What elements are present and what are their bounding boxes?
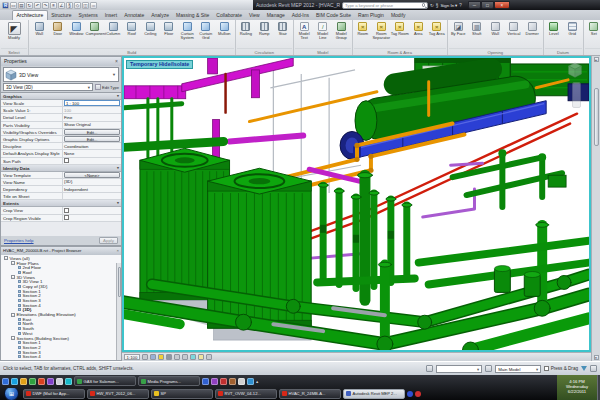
save-icon[interactable]: ▤ (18, 2, 25, 9)
view-scale-control[interactable]: 1:100 (124, 354, 140, 361)
wall-button[interactable]: Wall (30, 21, 49, 36)
properties-header[interactable]: Properties × (1, 57, 121, 66)
property-section-identity-data[interactable]: Identity Data▾ (1, 165, 121, 172)
checkbox[interactable] (64, 208, 69, 213)
property-value-parts-visibility[interactable]: Show Original (63, 122, 121, 128)
checkbox[interactable] (64, 215, 69, 220)
scroll-up-icon[interactable]: ▴ (594, 57, 599, 62)
worksets-icon[interactable] (426, 365, 433, 372)
temporary-hide-isolate-banner[interactable]: Temporary Hide/Isolate (126, 60, 193, 69)
property-value-discipline[interactable]: Coordination (63, 143, 121, 149)
maximize-button[interactable]: □ (481, 1, 494, 9)
taskbar-button-autodesk-revit-mep-2[interactable]: Autodesk Revit MEP 2... (343, 389, 405, 399)
select-count-icon[interactable] (590, 365, 597, 372)
property-value-view-template[interactable]: <None> (63, 172, 121, 178)
room-button[interactable]: ×Room (354, 21, 373, 36)
property-section-extents[interactable]: Extents▾ (1, 200, 121, 207)
close-icon[interactable]: × (117, 247, 119, 255)
window-button[interactable]: Window (67, 21, 86, 36)
reveal-hidden-icon[interactable] (198, 354, 205, 361)
tab-modify[interactable]: Modify (387, 11, 409, 20)
tab-systems[interactable]: Systems (75, 11, 101, 20)
minimize-button[interactable]: ─ (468, 1, 481, 9)
open-icon[interactable]: ▭ (10, 2, 17, 9)
help-icon[interactable]: ? (459, 3, 462, 8)
tray-icon-0[interactable] (407, 391, 413, 397)
modify-button[interactable]: ◤Modify (1, 21, 27, 40)
quick-launch-icon-5[interactable] (47, 378, 54, 385)
tray-expand-icon[interactable]: ▴ (256, 379, 258, 384)
quick-launch-icon-4[interactable] (38, 378, 45, 385)
filter-icon[interactable] (581, 366, 587, 371)
quick-launch-icon-1[interactable] (11, 378, 18, 385)
tray-app-icon-1[interactable] (211, 378, 218, 385)
pump-risers[interactable] (317, 173, 415, 301)
tag-room-button[interactable]: ×Tag Room (391, 21, 410, 36)
property-value-visibility-graphics-overrides[interactable]: Edit... (63, 129, 121, 135)
shadows-icon[interactable] (166, 354, 173, 361)
sync-icon[interactable]: ↻ (26, 2, 33, 9)
navigation-bar[interactable] (572, 82, 581, 108)
curtain-system-button[interactable]: Curtain System (178, 21, 197, 41)
tray-app-icon-4[interactable] (238, 378, 245, 385)
taskbar-button-sp[interactable]: SP (151, 389, 213, 399)
value-input[interactable]: 1 : 100 (64, 100, 120, 106)
mullion-button[interactable]: Mullion (215, 21, 234, 36)
search-icon[interactable] (422, 3, 426, 7)
detail-level-icon[interactable] (142, 354, 149, 361)
taskbar-button-gas-for-salomon[interactable]: GAS for Salomon... (74, 376, 136, 386)
3d-model-canvas[interactable] (124, 58, 589, 350)
room-separator-button[interactable]: ×Room Separator (372, 21, 391, 41)
property-value-default-analysis-display-style[interactable]: None (63, 150, 121, 156)
close-button[interactable]: × (494, 1, 510, 9)
model-text-button[interactable]: AModel Text (295, 21, 314, 41)
tab-bim-code-suite[interactable]: BIM Code Suite (313, 11, 355, 20)
project-browser-header[interactable]: HVAC_RM_20000LB.rvt - Project Browser × (1, 247, 121, 255)
model-line-button[interactable]: /Model Line (314, 21, 333, 41)
browser-scrollbar[interactable] (116, 263, 121, 360)
model-group-button[interactable]: Model Group (332, 21, 351, 41)
property-value-dependency[interactable]: Independent (63, 186, 121, 192)
tab-analyze[interactable]: Analyze (148, 11, 173, 20)
component-button[interactable]: Component (86, 21, 105, 36)
temporary-hide-isolate-icon[interactable] (190, 354, 197, 361)
collapse-icon[interactable]: ▾ (117, 200, 119, 206)
checkbox[interactable] (64, 158, 69, 163)
edit-button[interactable]: <None> (64, 172, 120, 178)
tag-icon[interactable]: § (66, 2, 73, 9)
taskbar-button-hw-rvt-2012-06[interactable]: HW_RVT_2012_06... (87, 389, 149, 399)
quick-launch-icon-0[interactable] (2, 378, 9, 385)
sun-path-icon[interactable] (158, 354, 165, 361)
tree-expander-icon[interactable]: - (4, 256, 8, 260)
tray-app-icon-5[interactable] (247, 378, 254, 385)
tab-collaborate[interactable]: Collaborate (213, 11, 246, 20)
scrollbar-thumb[interactable] (118, 267, 122, 297)
press-drag-toggle[interactable]: Press & Drag (544, 366, 578, 371)
type-selector[interactable]: 3D View ▼ (3, 67, 119, 82)
tab-add-ins[interactable]: Add-Ins (288, 11, 312, 20)
tree-expander-icon[interactable]: - (11, 313, 15, 317)
stair-button[interactable]: Stair (274, 21, 293, 36)
app-right-scrollbar[interactable]: ▴ ▾ (591, 56, 600, 361)
tree-expander-icon[interactable]: - (11, 336, 15, 340)
sign-in-menu[interactable]: Sign In ▾ (440, 3, 457, 8)
set-button[interactable]: Set (585, 21, 600, 36)
tag-area-button[interactable]: ×Tag Area (428, 21, 447, 36)
taskbar-button-media-programs[interactable]: Media Programs... (138, 376, 200, 386)
search-input[interactable]: Type a keyword or phrase (342, 2, 428, 9)
viewcube[interactable] (567, 62, 583, 78)
edit-button[interactable]: Edit... (64, 129, 120, 135)
instance-combo[interactable]: 3D View (3D) ▾ (3, 83, 93, 91)
level-button[interactable]: Level (545, 21, 564, 36)
door-button[interactable]: Door (49, 21, 68, 36)
quick-launch-icon-3[interactable] (29, 378, 36, 385)
redo-icon[interactable]: ↷ (42, 2, 49, 9)
property-value-crop-view[interactable] (63, 207, 121, 213)
visual-style-icon[interactable] (150, 354, 157, 361)
property-value-graphic-display-options[interactable]: Edit... (63, 136, 121, 142)
show-crop-icon[interactable] (182, 354, 189, 361)
crop-view-icon[interactable] (174, 354, 181, 361)
collapse-icon[interactable]: ▾ (117, 165, 119, 171)
press-drag-checkbox[interactable] (544, 366, 549, 371)
tree-expander-icon[interactable]: - (11, 261, 15, 265)
